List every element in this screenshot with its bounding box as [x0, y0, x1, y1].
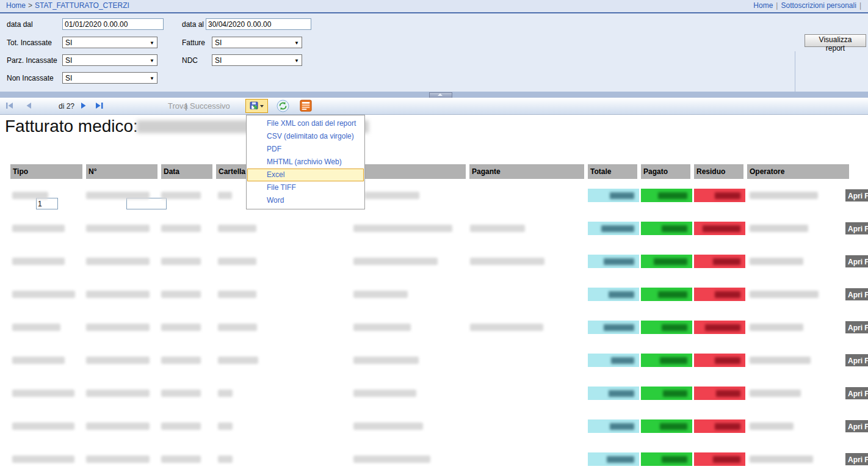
chevron-down-icon: ▼: [150, 55, 154, 67]
redacted-totale-amount: [610, 192, 634, 199]
home-link[interactable]: Home: [753, 1, 773, 10]
redacted-cliente-cell: [353, 225, 452, 232]
redacted-totale-amount: [604, 258, 634, 265]
apri-fattura-button[interactable]: Apri F: [845, 189, 868, 202]
redacted-pagato-amount: [660, 423, 687, 430]
export-menu-item-file[interactable]: File XML con dati del report: [247, 117, 364, 130]
redacted-pagato-amount: [660, 357, 687, 364]
redacted-residuo-amount: [713, 258, 740, 265]
fatture-label: Fatture: [182, 38, 205, 47]
redacted-tipo-cell: [12, 258, 65, 265]
redacted-pagato-amount: [662, 456, 687, 463]
refresh-icon: [277, 100, 289, 112]
parz-incassate-value: SI: [65, 56, 72, 65]
redacted-n-cell: [86, 357, 150, 364]
export-menu-item-word[interactable]: Word: [247, 194, 364, 207]
redacted-cartella-cell: [218, 357, 258, 364]
export-menu-item-file[interactable]: File TIFF: [247, 181, 364, 194]
export-menu-item-mhtml[interactable]: MHTML (archivio Web): [247, 156, 364, 169]
ndc-value: SI: [215, 56, 222, 65]
chevron-down-icon: [260, 105, 264, 107]
find-separator: |: [185, 101, 187, 111]
refresh-button[interactable]: [276, 100, 289, 113]
link-separator: |: [856, 1, 864, 10]
non-incassate-select[interactable]: SI▼: [62, 72, 157, 84]
redacted-totale-amount: [611, 357, 634, 364]
page-number-input[interactable]: [36, 198, 58, 209]
redacted-totale-amount: [609, 291, 634, 298]
redacted-cartella-cell: [218, 390, 233, 397]
redacted-n-cell: [86, 258, 150, 265]
redacted-cartella-cell: [218, 192, 232, 199]
redacted-n-cell: [86, 456, 150, 463]
redacted-totale-amount: [607, 456, 634, 463]
column-header-totale: Totale: [588, 164, 637, 179]
find-text-input[interactable]: [126, 198, 167, 209]
apri-fattura-button[interactable]: Apri F: [845, 420, 868, 432]
last-page-button[interactable]: [95, 102, 104, 111]
redacted-cartella-cell: [218, 225, 256, 232]
redacted-operatore-cell: [750, 192, 818, 199]
redacted-cartella-cell: [218, 324, 257, 331]
redacted-data-cell: [161, 258, 201, 265]
first-page-button[interactable]: [5, 102, 14, 111]
redacted-residuo-amount: [715, 291, 740, 298]
previous-page-button[interactable]: [26, 102, 32, 111]
apri-fattura-button[interactable]: Apri F: [845, 222, 868, 234]
redacted-cliente-cell: [353, 390, 416, 397]
redacted-data-cell: [161, 423, 201, 430]
visualizza-report-button[interactable]: Visualizza report: [805, 34, 866, 47]
redacted-n-cell: [86, 192, 150, 199]
redacted-operatore-cell: [750, 390, 801, 397]
breadcrumb-report-link[interactable]: STAT_FATTURATO_CTERZI: [35, 1, 129, 10]
find-next-link[interactable]: Successivo: [190, 101, 230, 111]
apri-fattura-button[interactable]: Apri F: [845, 453, 868, 465]
ndc-select[interactable]: SI▼: [212, 54, 302, 66]
fatture-select[interactable]: SI▼: [212, 37, 302, 48]
redacted-residuo-amount: [715, 192, 740, 199]
redacted-pagante-cell: [470, 258, 544, 265]
export-menu-item-csv[interactable]: CSV (delimitato da virgole): [247, 130, 364, 143]
parz-incassate-select[interactable]: SI▼: [62, 54, 157, 66]
last-page-icon: [95, 102, 104, 109]
redacted-pagante-cell: [470, 225, 525, 232]
redacted-residuo-amount: [715, 423, 740, 430]
column-header-residuo: Residuo: [694, 164, 743, 179]
redacted-n-cell: [86, 423, 150, 430]
redacted-residuo-amount: [703, 225, 740, 232]
non-incassate-label: Non Incassate: [7, 74, 54, 82]
data-dal-input[interactable]: [62, 18, 164, 30]
apri-fattura-button[interactable]: Apri F: [845, 255, 868, 267]
redacted-operatore-cell: [750, 258, 803, 265]
chevron-down-icon: ▼: [294, 55, 299, 67]
column-header-pagante: Pagante: [469, 164, 584, 179]
tot-incassate-select[interactable]: SI▼: [62, 37, 157, 48]
redacted-operatore-cell: [750, 291, 819, 298]
apri-fattura-button[interactable]: Apri F: [845, 354, 868, 366]
export-menu-item-excel[interactable]: Excel: [247, 169, 364, 181]
report-toolbar: di 2? Trova | Successivo: [0, 98, 868, 115]
data-al-input[interactable]: [206, 18, 311, 30]
breadcrumb-home-link[interactable]: Home: [6, 1, 26, 10]
report-title: Fatturato medico:: [5, 117, 138, 136]
redacted-pagato-amount: [662, 324, 687, 331]
column-header-operatore: Operatore: [747, 164, 849, 179]
redacted-data-cell: [161, 456, 201, 463]
apri-fattura-button[interactable]: Apri F: [845, 387, 868, 399]
next-page-icon: [81, 102, 87, 109]
redacted-cartella-cell: [218, 423, 233, 430]
export-menu-item-pdf[interactable]: PDF: [247, 143, 364, 156]
page-count-label: di 2?: [59, 102, 74, 111]
next-page-button[interactable]: [81, 102, 87, 111]
parz-incassate-label: Parz. Incassate: [7, 56, 57, 65]
subscriptions-link[interactable]: Sottoscrizioni personali: [781, 1, 856, 10]
column-header-tipo: Tipo: [10, 164, 82, 179]
chevron-down-icon: ▼: [150, 73, 154, 84]
apri-fattura-button[interactable]: Apri F: [845, 321, 868, 333]
export-dropdown-button[interactable]: [245, 99, 268, 113]
redacted-tipo-cell: [12, 390, 74, 397]
redacted-pagato-amount: [662, 225, 687, 232]
data-feed-button[interactable]: [299, 100, 313, 113]
breadcrumb: Home>STAT_FATTURATO_CTERZI: [6, 1, 129, 10]
apri-fattura-button[interactable]: Apri F: [845, 288, 868, 300]
